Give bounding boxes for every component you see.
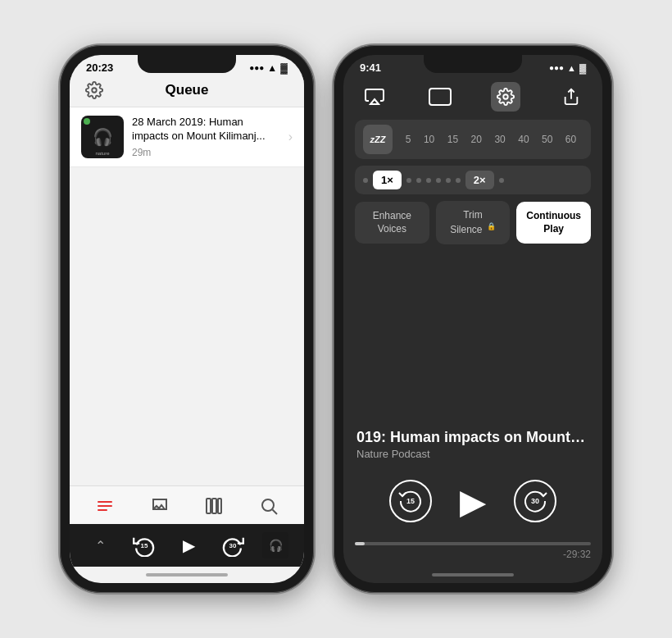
speed-dot-6 xyxy=(446,178,451,183)
signal-icon-right: ●●● xyxy=(549,63,564,72)
tab-queue[interactable] xyxy=(92,493,118,519)
airplay-button[interactable] xyxy=(360,82,389,112)
continuous-play-btn[interactable]: Continuous Play xyxy=(516,202,591,244)
skip-fwd-label: 30 xyxy=(531,497,539,505)
trim-silence-btn[interactable]: TrimSilence 🔒 xyxy=(436,201,511,244)
time-remaining: -29:32 xyxy=(355,545,591,563)
speed-dot-4 xyxy=(426,178,431,183)
progress-bar[interactable] xyxy=(355,542,591,545)
home-bar-right xyxy=(432,573,514,576)
sleep-15[interactable]: 15 xyxy=(447,134,458,145)
settings-button[interactable] xyxy=(83,79,106,102)
sleep-30[interactable]: 30 xyxy=(494,134,505,145)
svg-rect-4 xyxy=(207,499,211,513)
lock-icon: 🔒 xyxy=(487,222,496,230)
status-icons-left: ●●● ▲ ▓ xyxy=(249,62,288,74)
mini-expand-btn[interactable]: ⌃ xyxy=(85,531,115,560)
skip-back-15-btn[interactable]: 15 xyxy=(389,480,432,522)
sleep-20[interactable]: 20 xyxy=(471,134,482,145)
effects-row: EnhanceVoices TrimSilence 🔒 Continuous P… xyxy=(355,201,591,244)
player-screen: 9:41 ●●● ▲ ▓ xyxy=(343,55,602,583)
empty-queue-area xyxy=(70,297,304,486)
headphone-icon: 🎧 xyxy=(93,127,113,147)
speed-dot-1 xyxy=(363,178,368,183)
continuous-play-label: Continuous Play xyxy=(526,210,581,235)
play-btn-large[interactable]: ▶ xyxy=(448,476,497,526)
svg-line-8 xyxy=(272,510,277,515)
svg-point-11 xyxy=(503,94,508,99)
tab-search[interactable] xyxy=(256,493,282,519)
speed-row: 1× 2× xyxy=(355,166,591,194)
skip-fwd-30-btn[interactable]: 30 xyxy=(514,480,556,522)
svg-rect-3 xyxy=(98,509,107,511)
player-top-controls xyxy=(343,77,602,120)
mini-skip-back-btn[interactable]: 15 xyxy=(129,531,159,560)
left-phone: 20:23 ●●● ▲ ▓ Queue xyxy=(60,45,314,593)
progress-fill xyxy=(355,542,365,545)
queue-header: Queue xyxy=(70,77,304,107)
svg-marker-9 xyxy=(370,99,379,104)
right-phone-screen: 9:41 ●●● ▲ ▓ xyxy=(343,55,602,583)
svg-rect-2 xyxy=(98,505,112,507)
sleep-timer-icon[interactable]: zZZ xyxy=(363,125,393,154)
home-indicator-right xyxy=(343,567,602,583)
tab-inbox[interactable] xyxy=(147,493,173,519)
sleep-40[interactable]: 40 xyxy=(518,134,529,145)
speed-1x-btn[interactable]: 1× xyxy=(373,171,402,189)
episode-info: 28 March 2019: Human impacts on Mount Ki… xyxy=(132,116,280,158)
right-phone: 9:41 ●●● ▲ ▓ xyxy=(334,45,612,593)
episode-title-left: 28 March 2019: Human impacts on Mount Ki… xyxy=(132,116,280,144)
speed-dot-2 xyxy=(406,178,411,183)
trim-silence-label: TrimSilence xyxy=(450,209,483,235)
enhance-voices-label: EnhanceVoices xyxy=(373,210,411,235)
mini-artwork: 🎧 xyxy=(262,532,288,558)
zzz-label: zZZ xyxy=(370,134,386,144)
mini-player: ⌃ 15 ▶ 30 🎧 xyxy=(70,524,304,567)
sleep-50[interactable]: 50 xyxy=(542,134,552,145)
time-left: 20:23 xyxy=(86,62,113,74)
svg-point-0 xyxy=(92,88,97,93)
chevron-right-icon: › xyxy=(288,130,293,144)
wifi-icon-left: ▲ xyxy=(267,62,277,74)
svg-rect-6 xyxy=(218,499,221,513)
enhance-voices-btn[interactable]: EnhanceVoices xyxy=(355,202,429,244)
episode-artwork: 🎧 nature xyxy=(81,116,124,158)
speed-2x-btn[interactable]: 2× xyxy=(465,171,494,189)
sleep-5[interactable]: 5 xyxy=(406,134,411,145)
battery-icon-right: ▓ xyxy=(579,63,586,73)
sleep-numbers: 5 10 15 20 30 40 50 60 xyxy=(399,134,583,145)
queue-title: Queue xyxy=(166,82,209,98)
tab-library[interactable] xyxy=(201,493,227,519)
green-dot xyxy=(84,118,90,125)
sleep-timer-row: zZZ 5 10 15 20 30 40 50 60 xyxy=(355,120,591,159)
episode-title-right: 019: Human impacts on Mount Kil xyxy=(356,429,589,446)
home-indicator-left xyxy=(70,567,304,583)
episode-podcast: Nature Podcast xyxy=(356,448,589,460)
svg-rect-1 xyxy=(98,501,112,503)
episode-duration: 29m xyxy=(132,147,280,158)
sleep-10[interactable]: 10 xyxy=(424,134,434,145)
queue-item[interactable]: 🎧 nature 28 March 2019: Human impacts on… xyxy=(70,107,304,167)
sleep-60[interactable]: 60 xyxy=(565,134,576,145)
skip-back-label: 15 xyxy=(406,497,415,505)
queue-screen: 20:23 ●●● ▲ ▓ Queue xyxy=(70,55,304,583)
speed-dot-7 xyxy=(456,178,461,183)
speed-dot-3 xyxy=(416,178,421,183)
screen-button[interactable] xyxy=(425,82,455,112)
progress-area: -29:32 xyxy=(343,534,602,567)
tab-bar xyxy=(70,485,304,524)
playback-controls: 15 ▶ 30 xyxy=(343,468,602,534)
left-phone-screen: 20:23 ●●● ▲ ▓ Queue xyxy=(70,55,304,583)
artwork-label: nature xyxy=(95,151,109,156)
settings-button-right[interactable] xyxy=(491,82,520,112)
mini-play-btn[interactable]: ▶ xyxy=(174,531,203,560)
battery-icon-left: ▓ xyxy=(280,62,288,74)
speed-dot-5 xyxy=(436,178,441,183)
queue-content: 🎧 nature 28 March 2019: Human impacts on… xyxy=(70,107,304,297)
share-button[interactable] xyxy=(556,82,586,112)
svg-rect-10 xyxy=(429,89,451,105)
mini-skip-fwd-btn[interactable]: 30 xyxy=(218,531,247,560)
home-bar-left xyxy=(146,573,228,576)
notch-left xyxy=(138,55,236,73)
status-icons-right: ●●● ▲ ▓ xyxy=(549,63,586,73)
